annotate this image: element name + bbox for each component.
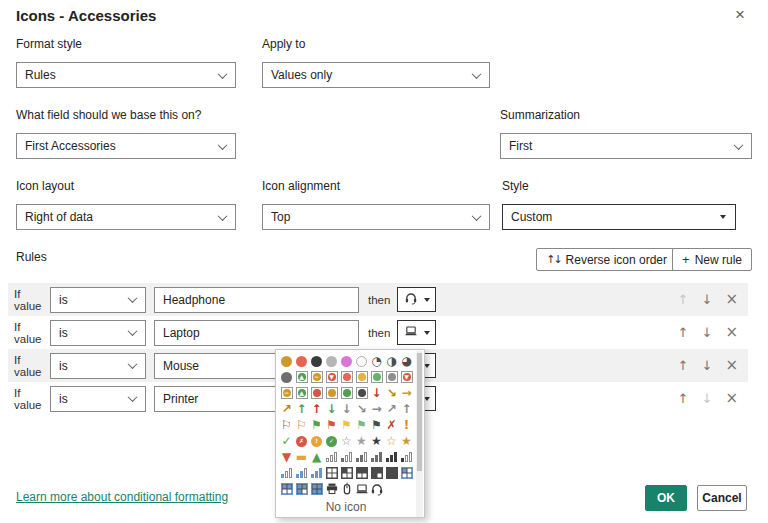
move-down-icon[interactable]: ↓: [702, 392, 713, 405]
icon-layout-dropdown[interactable]: Right of data: [16, 204, 236, 230]
circle-gold-icon[interactable]: [279, 353, 294, 369]
grid-four-dark-icon[interactable]: [384, 465, 399, 481]
framed-gold-dash-alt-icon[interactable]: −: [279, 385, 294, 401]
mouse-icon[interactable]: [339, 481, 354, 497]
circle-white-icon[interactable]: [354, 353, 369, 369]
move-down-icon[interactable]: ↓: [702, 293, 713, 306]
scrollbar[interactable]: [416, 351, 423, 517]
framed-gray-circle-icon[interactable]: [384, 369, 399, 385]
delete-rule-icon[interactable]: ×: [725, 358, 738, 373]
flag-red-outline-icon[interactable]: ⚐: [279, 417, 294, 433]
arrow-down-gray-icon[interactable]: ↓: [339, 401, 354, 417]
star-half-gray-icon[interactable]: ★: [354, 433, 369, 449]
rule-operator-dropdown[interactable]: is: [50, 320, 146, 346]
triangle-up-green-icon[interactable]: ▲: [309, 449, 324, 465]
exclamation-circle-gold-icon[interactable]: !: [309, 433, 324, 449]
grid-empty-icon[interactable]: [324, 465, 339, 481]
scrollbar-thumb[interactable]: [417, 353, 422, 471]
framed-gold-dash-icon[interactable]: −: [309, 369, 324, 385]
grid-two-dark-icon[interactable]: [354, 465, 369, 481]
icon-alignment-dropdown[interactable]: Top: [262, 204, 490, 230]
circle-gray-icon[interactable]: [324, 353, 339, 369]
move-down-icon[interactable]: ↓: [702, 326, 713, 339]
triangle-down-red-icon[interactable]: ▼: [279, 449, 294, 465]
grid-three-blue-icon[interactable]: [294, 481, 309, 497]
arrow-up-right-gold-icon[interactable]: ↗: [279, 401, 294, 417]
laptop-icon[interactable]: [354, 481, 369, 497]
rule-operator-dropdown[interactable]: is: [50, 287, 146, 313]
star-gold-icon[interactable]: ★: [399, 433, 414, 449]
rule-icon-dropdown[interactable]: [397, 320, 436, 345]
delete-rule-icon[interactable]: ×: [725, 292, 738, 307]
rule-value-input[interactable]: [154, 287, 359, 313]
framed-green-dot-icon[interactable]: [339, 385, 354, 401]
arrow-up-red-icon[interactable]: ↑: [309, 401, 324, 417]
delete-rule-icon[interactable]: ×: [725, 325, 738, 340]
flag-green-icon[interactable]: ⚑: [309, 417, 324, 433]
format-style-dropdown[interactable]: Rules: [16, 62, 236, 88]
flag-orange-outline-icon[interactable]: ⚐: [294, 417, 309, 433]
signal-bars-one-icon[interactable]: [339, 449, 354, 465]
move-up-icon[interactable]: ↑: [678, 326, 689, 339]
signal-bars-three-icon[interactable]: [369, 449, 384, 465]
no-icon-option[interactable]: No icon: [276, 500, 416, 514]
framed-red-caret-down-icon[interactable]: ▼: [324, 369, 339, 385]
arrow-up-right-gray-icon[interactable]: ↗: [384, 401, 399, 417]
check-green-icon[interactable]: ✓: [279, 433, 294, 449]
arrow-up-green-icon[interactable]: ↑: [294, 401, 309, 417]
circle-dark-gray-icon[interactable]: [279, 369, 294, 385]
summarization-dropdown[interactable]: First: [500, 133, 752, 159]
circle-pink-icon[interactable]: [339, 353, 354, 369]
star-black-icon[interactable]: ★: [369, 433, 384, 449]
printer-icon[interactable]: [324, 481, 339, 497]
apply-to-dropdown[interactable]: Values only: [262, 62, 490, 88]
pie-quarter-icon[interactable]: ◔: [369, 353, 384, 369]
headphone-icon[interactable]: [369, 481, 384, 497]
base-field-dropdown[interactable]: First Accessories: [16, 133, 236, 159]
signal-bars-one-blue-icon[interactable]: [279, 465, 294, 481]
rule-operator-dropdown[interactable]: is: [50, 386, 146, 412]
flag-black-icon[interactable]: ⚑: [369, 417, 384, 433]
framed-black-dot-icon[interactable]: [354, 385, 369, 401]
learn-more-link[interactable]: Learn more about conditional formatting: [16, 490, 228, 504]
signal-bars-two-blue-icon[interactable]: [294, 465, 309, 481]
new-rule-button[interactable]: + New rule: [672, 248, 752, 271]
x-circle-red-icon[interactable]: ✗: [294, 433, 309, 449]
arrow-down-red-icon[interactable]: ↓: [369, 385, 384, 401]
framed-red-caret-down-alt-icon[interactable]: ▼: [399, 369, 414, 385]
move-up-icon[interactable]: ↑: [678, 359, 689, 372]
rule-value-input[interactable]: [154, 320, 359, 346]
pie-half-icon[interactable]: ◑: [384, 353, 399, 369]
move-up-icon[interactable]: ↑: [678, 392, 689, 405]
grid-three-dark-icon[interactable]: [369, 465, 384, 481]
framed-gold-circle-icon[interactable]: [354, 369, 369, 385]
flag-red-icon[interactable]: ⚑: [324, 417, 339, 433]
grid-four-blue-icon[interactable]: [309, 481, 324, 497]
flag-light-green-icon[interactable]: ⚑: [354, 417, 369, 433]
exclamation-orange-icon[interactable]: !: [399, 417, 414, 433]
check-circle-green-icon[interactable]: ✓: [324, 433, 339, 449]
arrow-right-gray-icon[interactable]: →: [369, 401, 384, 417]
move-down-icon[interactable]: ↓: [702, 359, 713, 372]
x-red-icon[interactable]: ✗: [384, 417, 399, 433]
delete-rule-icon[interactable]: ×: [725, 391, 738, 406]
framed-green-circle-icon[interactable]: [369, 369, 384, 385]
signal-bars-three-blue-icon[interactable]: [309, 465, 324, 481]
grid-two-blue-icon[interactable]: [279, 481, 294, 497]
grid-one-blue-icon[interactable]: [399, 465, 414, 481]
ok-button[interactable]: OK: [645, 485, 687, 511]
arrow-up-gray-icon[interactable]: ↑: [399, 401, 414, 417]
framed-green-caret-up-icon[interactable]: ▲: [294, 369, 309, 385]
signal-bars-empty-icon[interactable]: [324, 449, 339, 465]
move-up-icon[interactable]: ↑: [678, 293, 689, 306]
signal-bars-one-dark-icon[interactable]: [399, 449, 414, 465]
pie-three-quarter-icon[interactable]: ◕: [399, 353, 414, 369]
cancel-button[interactable]: Cancel: [697, 485, 747, 511]
star-outline-icon[interactable]: ☆: [339, 433, 354, 449]
signal-bars-solid-icon[interactable]: [384, 449, 399, 465]
close-icon[interactable]: ×: [730, 5, 750, 25]
grid-one-dark-icon[interactable]: [339, 465, 354, 481]
circle-red-icon[interactable]: [294, 353, 309, 369]
rule-icon-dropdown[interactable]: [397, 287, 436, 312]
framed-red-circle-icon[interactable]: [339, 369, 354, 385]
